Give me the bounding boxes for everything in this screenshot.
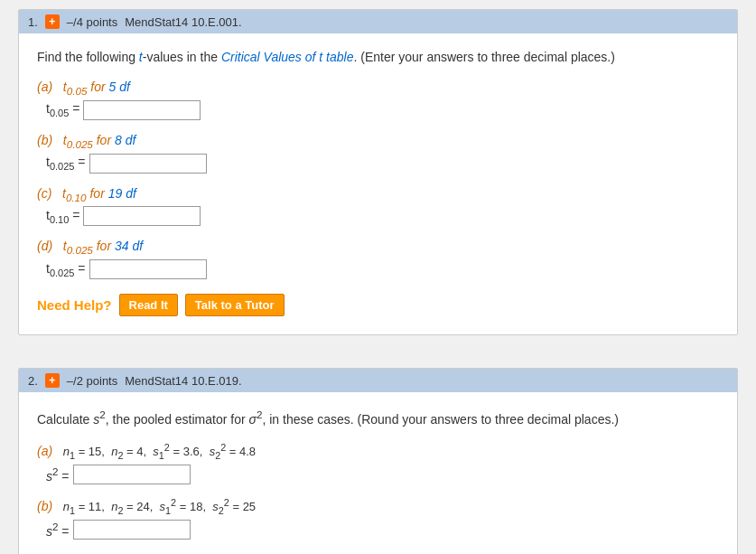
subpart-2a-s-label: s2 = <box>46 465 70 484</box>
table-highlight: Critical Values of t table <box>221 50 354 64</box>
subpart-1b: (b) t0.025 for 8 df t0.025 = <box>37 133 719 174</box>
subpart-1d-label: (d) t0.025 for 34 df <box>37 239 719 256</box>
question-1-text: Find the following t-values in the Criti… <box>37 48 719 67</box>
need-help-label-1: Need Help? <box>37 297 112 313</box>
subpart-1b-input[interactable] <box>89 154 207 174</box>
plus-icon-1: + <box>45 14 60 29</box>
subpart-1a-t-label: t0.05 = <box>46 101 79 118</box>
question-1-points: –/4 points <box>67 15 117 29</box>
subpart-1a-input[interactable] <box>83 100 201 120</box>
subpart-1d: (d) t0.025 for 34 df t0.025 = <box>37 239 719 279</box>
subpart-2a-answer-row: s2 = <box>46 465 719 484</box>
subpart-1a-answer-row: t0.05 = <box>46 100 719 120</box>
subpart-2b: (b) n1 = 11, n2 = 24, s12 = 18, s22 = 25… <box>37 497 719 540</box>
subpart-2b-input[interactable] <box>73 520 191 540</box>
talk-to-tutor-button[interactable]: Talk to a Tutor <box>185 294 285 316</box>
plus-icon-2: + <box>45 373 60 388</box>
question-1-body: Find the following t-values in the Criti… <box>19 33 737 334</box>
subpart-1d-answer-row: t0.025 = <box>46 259 719 279</box>
subpart-1b-answer-row: t0.025 = <box>46 154 719 174</box>
question-2-header: 2. + –/2 points MendStat14 10.E.019. <box>19 369 737 392</box>
question-1-number: 1. <box>28 15 38 29</box>
subpart-2b-label: (b) n1 = 11, n2 = 24, s12 = 18, s22 = 25 <box>37 497 719 516</box>
question-1: 1. + –/4 points MendStat14 10.E.001. Fin… <box>18 9 738 335</box>
question-1-source: MendStat14 10.E.001. <box>125 15 241 29</box>
subpart-1c-answer-row: t0.10 = <box>46 206 719 226</box>
subpart-1b-label: (b) t0.025 for 8 df <box>37 133 719 150</box>
question-1-header: 1. + –/4 points MendStat14 10.E.001. <box>19 10 737 33</box>
question-2-points: –/2 points <box>67 374 117 388</box>
question-2: 2. + –/2 points MendStat14 10.E.019. Cal… <box>18 368 738 554</box>
subpart-1c-input[interactable] <box>83 206 201 226</box>
subpart-1a: (a) t0.05 for 5 df t0.05 = <box>37 80 719 120</box>
subpart-1b-t-label: t0.025 = <box>46 155 86 172</box>
subpart-1c-t-label: t0.10 = <box>46 208 79 225</box>
subpart-1c: (c) t0.10 for 19 df t0.10 = <box>37 186 719 227</box>
subpart-2a-input[interactable] <box>73 465 191 484</box>
question-2-number: 2. <box>28 374 38 388</box>
subpart-1c-label: (c) t0.10 for 19 df <box>37 186 719 203</box>
subpart-2a: (a) n1 = 15, n2 = 4, s12 = 3.6, s22 = 4.… <box>37 442 719 484</box>
need-help-1: Need Help? Read It Talk to a Tutor <box>37 294 719 316</box>
subpart-2b-answer-row: s2 = <box>46 520 719 540</box>
question-2-source: MendStat14 10.E.019. <box>125 374 241 388</box>
subpart-1d-t-label: t0.025 = <box>46 261 86 278</box>
question-2-text: Calculate s2, the pooled estimator for σ… <box>37 407 719 429</box>
subpart-1a-label: (a) t0.05 for 5 df <box>37 80 719 97</box>
subpart-1d-input[interactable] <box>89 259 207 279</box>
question-2-body: Calculate s2, the pooled estimator for σ… <box>19 392 737 554</box>
t-values-highlight: t <box>139 50 143 64</box>
spacer <box>0 344 756 359</box>
read-it-button[interactable]: Read It <box>119 294 178 316</box>
subpart-2b-s-label: s2 = <box>46 521 70 539</box>
subpart-2a-label: (a) n1 = 15, n2 = 4, s12 = 3.6, s22 = 4.… <box>37 442 719 461</box>
